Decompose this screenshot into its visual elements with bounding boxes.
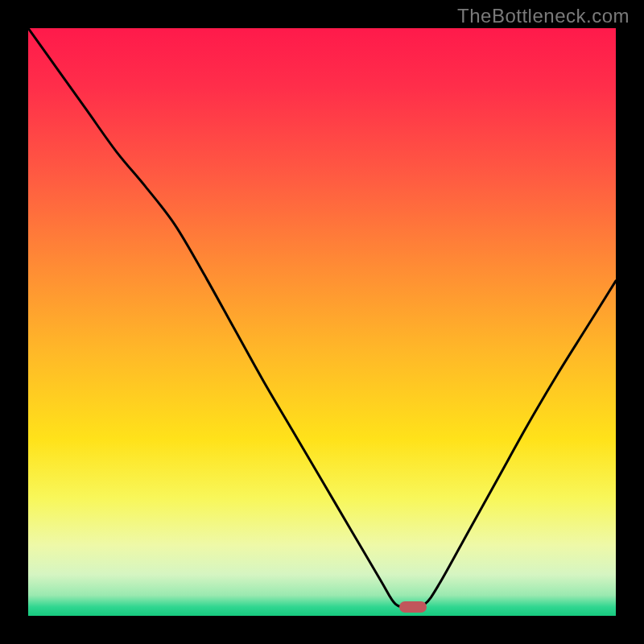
bottleneck-curve [28,28,616,616]
chart-frame: TheBottleneck.com [0,0,644,644]
watermark-text: TheBottleneck.com [457,5,630,27]
optimal-marker [399,601,427,613]
plot-area [28,28,616,616]
